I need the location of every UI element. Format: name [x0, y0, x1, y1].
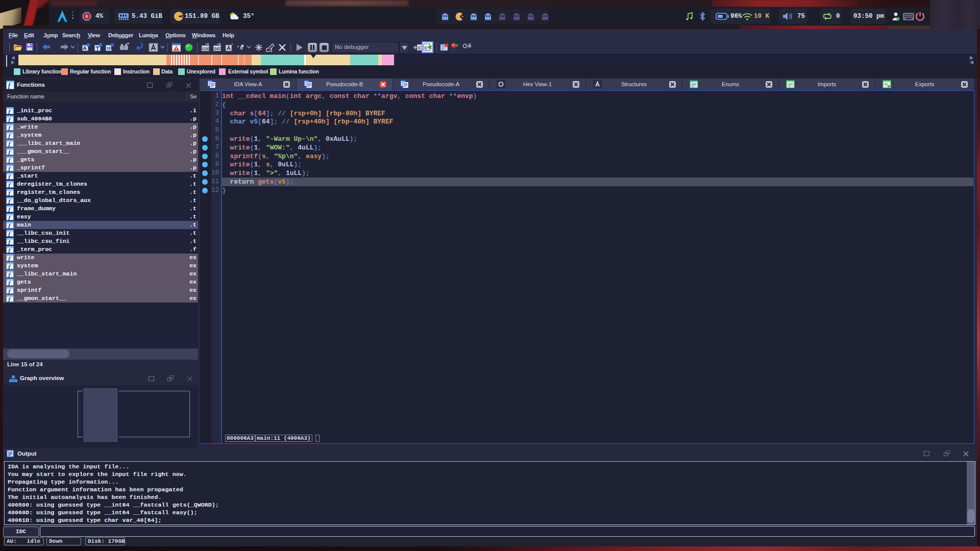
svg-text:C: C	[425, 45, 428, 51]
svg-text:C: C	[418, 45, 422, 51]
svg-text:DATA: DATA	[214, 47, 222, 51]
svg-text:CODE: CODE	[202, 47, 210, 51]
svg-text:101: 101	[107, 46, 113, 50]
